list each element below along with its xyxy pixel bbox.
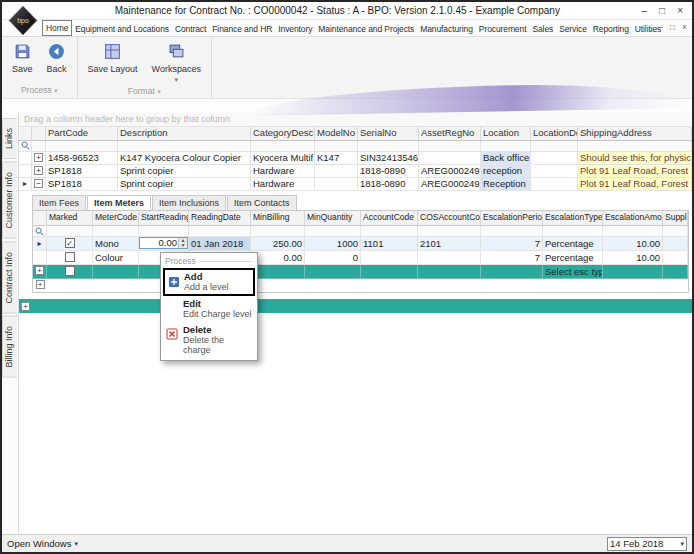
filter-cell[interactable] [47, 226, 93, 237]
cell-location[interactable]: reception [481, 165, 531, 178]
column-header-shippingaddress[interactable]: ShippingAddress [578, 127, 692, 141]
cell-serialno[interactable]: 1818-0890 [358, 165, 419, 178]
filter-cell[interactable] [118, 141, 251, 152]
cell-location[interactable]: Reception [481, 178, 531, 191]
column-header-serialno[interactable]: SerialNo [358, 127, 419, 141]
sidebar-tab-contract-info[interactable]: Contract Info [2, 242, 17, 314]
filter-cell[interactable] [251, 141, 315, 152]
filter-cell[interactable] [481, 226, 543, 237]
column-header-categorydesc[interactable]: CategoryDesc [251, 127, 315, 141]
cell-supplier[interactable] [663, 237, 688, 251]
cell-metercode[interactable] [93, 265, 139, 279]
sidebar-tab-billing-info[interactable]: Billing Info [2, 316, 17, 378]
cell-minbilling[interactable]: 250.00 [251, 237, 305, 251]
cell-locationdesc[interactable] [531, 152, 578, 165]
context-menu-item-add[interactable]: Add Add a level [163, 268, 255, 296]
filter-cell[interactable] [603, 226, 663, 237]
column-header-marked[interactable]: Marked [47, 211, 93, 226]
filter-cell[interactable] [531, 141, 578, 152]
cell-metercode[interactable]: Colour [93, 251, 139, 265]
filter-cell[interactable] [93, 226, 139, 237]
detail-append-row[interactable]: + [33, 279, 688, 292]
checkbox-unchecked[interactable] [65, 252, 75, 262]
cell-supplier[interactable] [663, 251, 688, 265]
column-header-minquantity[interactable]: MinQuantity [305, 211, 361, 226]
cell-minquantity[interactable]: 1000 [305, 237, 361, 251]
cell-location[interactable]: Back office [481, 152, 531, 165]
group-by-bar[interactable]: Drag a column header here to group by th… [19, 113, 692, 127]
context-menu-item-delete[interactable]: Delete Delete the charge [163, 322, 255, 358]
filter-cell[interactable] [189, 226, 251, 237]
cell-accountcode[interactable] [361, 265, 418, 279]
cell-escalationperiod[interactable] [481, 265, 543, 279]
cell-escalationamount[interactable]: 10.00 [603, 237, 663, 251]
cell-categorydesc[interactable]: Hardware [251, 165, 315, 178]
filter-cell[interactable] [358, 141, 419, 152]
tab-manufacturing[interactable]: Manufacturing [417, 22, 476, 36]
cell-modelno[interactable] [315, 165, 358, 178]
column-header-modelno[interactable]: ModelNo [315, 127, 358, 141]
filter-cell[interactable] [481, 141, 531, 152]
cell-escalationperiod[interactable]: 7 [481, 251, 543, 265]
filter-cell[interactable] [361, 226, 418, 237]
tab-contract[interactable]: Contract [172, 22, 209, 36]
spinner-down-icon[interactable]: ▼ [179, 243, 187, 248]
cell-serialno[interactable]: 1818-0890 [358, 178, 419, 191]
column-header-readingdate[interactable]: ReadingDate [189, 211, 251, 226]
cell-assetregno[interactable]: AREG000249 [419, 165, 481, 178]
cell-escalationperiod[interactable]: 7 [481, 237, 543, 251]
tab-inventory[interactable]: Inventory [275, 22, 315, 36]
cell-escalationtype[interactable]: Percentage [543, 237, 603, 251]
save-button[interactable]: Save [5, 39, 40, 76]
filter-cell[interactable] [315, 141, 358, 152]
cell-minquantity[interactable]: 0 [305, 251, 361, 265]
cell-minbilling[interactable]: 0.00 [251, 251, 305, 265]
column-header-assetregno[interactable]: AssetRegNo [419, 127, 481, 141]
sidebar-tab-links[interactable]: Links [2, 118, 17, 159]
cell-locationdesc[interactable] [531, 165, 578, 178]
table-row[interactable]: + SP1818 Sprint copier Hardware 1818-089… [19, 165, 692, 178]
expand-icon[interactable]: + [34, 153, 43, 162]
column-header-escalationperiod[interactable]: EscalationPeriod [481, 211, 543, 226]
column-header-cosaccountcode[interactable]: COSAccountCode [418, 211, 481, 226]
mdi-minimize-button[interactable]: – [658, 22, 663, 32]
filter-cell[interactable] [418, 226, 481, 237]
cell-escalationtype-placeholder[interactable]: Select esc type... [543, 265, 603, 279]
cell-assetregno[interactable] [419, 152, 481, 165]
tab-home[interactable]: Home [42, 20, 72, 36]
checkbox-checked[interactable]: ✓ [65, 238, 75, 248]
filter-cell[interactable] [305, 226, 361, 237]
tab-item-meters[interactable]: Item Meters [87, 195, 151, 210]
tab-reporting[interactable]: Reporting [590, 22, 632, 36]
table-row-expanded[interactable]: ▸ − SP1818 Sprint copier Hardware 1818-0… [19, 178, 692, 191]
filter-cell[interactable] [32, 141, 46, 152]
context-menu-item-edit[interactable]: Edit Edit Charge level [163, 296, 255, 322]
tab-service[interactable]: Service [556, 22, 590, 36]
new-item-row-highlight[interactable]: + [19, 299, 692, 313]
cell-locationdesc[interactable] [531, 178, 578, 191]
tab-sales[interactable]: Sales [529, 22, 556, 36]
cell-shippingaddress[interactable]: Plot 91 Leaf Road, Forest Hills, [578, 178, 692, 191]
cell-accountcode[interactable]: 1101 [361, 237, 418, 251]
maximize-button[interactable]: □ [659, 5, 665, 16]
filter-cell[interactable] [46, 141, 118, 152]
cell-serialno[interactable]: SIN32413546 [358, 152, 419, 165]
column-header-escalationtype[interactable]: EscalationType [543, 211, 603, 226]
cell-partcode[interactable]: SP1818 [46, 178, 118, 191]
cell-cosaccountcode[interactable] [418, 251, 481, 265]
cell-modelno[interactable]: K147 [315, 152, 358, 165]
mdi-restore-button[interactable]: □ [670, 22, 675, 32]
detail-row-mono[interactable]: ▸ ✓ Mono 0.00 ▲ ▼ 01 J [33, 237, 688, 251]
column-header-description[interactable]: Description [118, 127, 251, 141]
cell-categorydesc[interactable]: Kyocera Multif... [251, 152, 315, 165]
filter-cell[interactable] [663, 226, 688, 237]
cell-escalationtype[interactable]: Percentage [543, 251, 603, 265]
tab-item-inclusions[interactable]: Item Inclusions [152, 195, 226, 210]
column-header-location[interactable]: Location [481, 127, 531, 141]
collapse-icon[interactable]: − [34, 179, 43, 188]
back-button[interactable]: Back [40, 39, 74, 76]
minimize-button[interactable]: – [642, 5, 648, 16]
column-header-locationdesc[interactable]: LocationDesc [531, 127, 578, 141]
cell-escalationamount[interactable] [603, 265, 663, 279]
column-header-minbilling[interactable]: MinBilling [251, 211, 305, 226]
